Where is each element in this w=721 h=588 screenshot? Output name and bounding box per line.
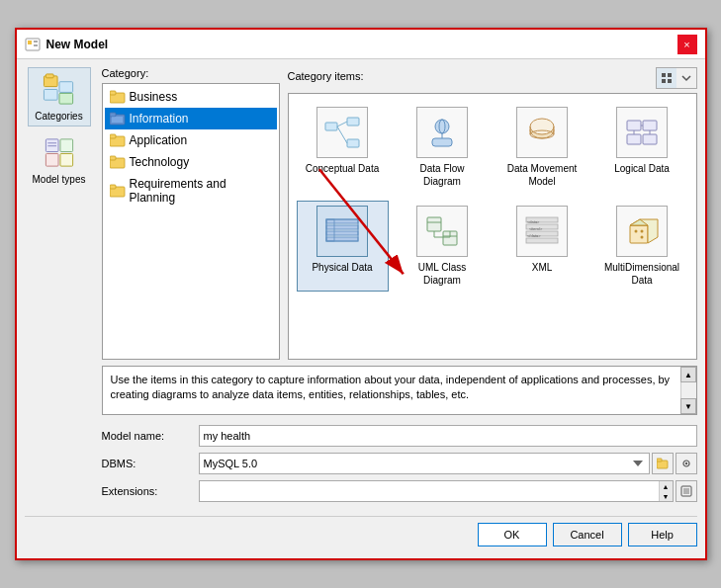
- cancel-button[interactable]: Cancel: [553, 523, 622, 546]
- title-bar: New Model ×: [17, 30, 705, 59]
- category-item-technology[interactable]: Technology: [105, 151, 277, 173]
- svg-rect-6: [59, 82, 73, 93]
- svg-rect-56: [326, 237, 358, 241]
- category-list[interactable]: Business Inform: [102, 83, 280, 360]
- model-name-input[interactable]: [199, 425, 697, 447]
- description-section: Use the items in this category to captur…: [102, 366, 697, 415]
- dropdown-icon: [680, 72, 692, 84]
- xml-icon: <data> <item/> </data>: [516, 206, 568, 257]
- extensions-scrollbar[interactable]: ▲ ▼: [659, 481, 673, 501]
- items-grid[interactable]: Conceptual Data: [288, 93, 697, 360]
- folder-icon-information: [110, 112, 126, 126]
- svg-rect-5: [45, 74, 53, 78]
- data-movement-icon: [516, 107, 568, 158]
- svg-rect-39: [432, 138, 452, 146]
- category-item-business[interactable]: Business: [105, 86, 277, 108]
- model-name-label: Model name:: [102, 430, 191, 442]
- dbms-folder-button[interactable]: [652, 453, 674, 474]
- main-content: Category: Business: [102, 67, 697, 360]
- svg-rect-55: [326, 231, 358, 235]
- conceptual-data-label: Conceptual Data: [306, 162, 380, 175]
- svg-rect-3: [34, 44, 38, 46]
- folder-icon-requirements: [110, 184, 126, 198]
- svg-rect-82: [657, 459, 662, 462]
- svg-text:<data>: <data>: [527, 219, 540, 224]
- uml-class-icon: [416, 206, 468, 257]
- svg-rect-54: [326, 225, 358, 229]
- folder-open-icon: [657, 458, 669, 469]
- ext-scroll-down[interactable]: ▼: [660, 491, 673, 501]
- dropdown-view-button[interactable]: [676, 68, 696, 88]
- svg-line-35: [337, 122, 347, 126]
- model-name-row: Model name:: [102, 425, 697, 447]
- settings-icon: [680, 458, 692, 469]
- svg-rect-69: [526, 238, 558, 243]
- ext-scroll-up[interactable]: ▲: [660, 481, 673, 491]
- svg-text:<item/>: <item/>: [529, 226, 543, 231]
- extension-settings-icon: [680, 485, 692, 497]
- description-area: Use the items in this category to captur…: [102, 366, 697, 415]
- category-item-information[interactable]: Information: [105, 108, 277, 129]
- svg-rect-73: [630, 225, 648, 243]
- physical-data-label: Physical Data: [312, 261, 372, 274]
- grid-item-physical-data[interactable]: Physical Data: [297, 201, 389, 292]
- svg-rect-2: [34, 41, 38, 42]
- scroll-up-button[interactable]: ▲: [680, 367, 696, 382]
- sidebar: Categories Model types: [25, 67, 94, 360]
- scroll-down-button[interactable]: ▼: [680, 398, 696, 414]
- folder-icon-technology: [110, 155, 126, 169]
- sidebar-categories-label: Categories: [35, 111, 82, 122]
- grid-item-uml-class[interactable]: UML Class Diagram: [397, 201, 489, 292]
- svg-rect-27: [110, 185, 116, 189]
- svg-rect-32: [325, 123, 337, 130]
- grid-container: Conceptual Data: [288, 93, 697, 360]
- svg-point-84: [684, 462, 686, 464]
- extensions-input[interactable]: ▲ ▼: [199, 480, 674, 502]
- svg-rect-48: [627, 134, 641, 144]
- svg-rect-53: [326, 219, 358, 223]
- svg-line-36: [337, 126, 347, 143]
- sidebar-model-types-label: Model types: [33, 174, 86, 185]
- folder-icon-business: [110, 90, 126, 104]
- close-button[interactable]: ×: [677, 35, 697, 54]
- extensions-row: Extensions: ▲ ▼: [102, 480, 697, 502]
- data-flow-label: Data Flow Diagram: [402, 162, 484, 188]
- conceptual-data-icon: [316, 107, 368, 158]
- dbms-select[interactable]: MySQL 5.0 MySQL 8.0 PostgreSQL Oracle SQ…: [199, 453, 650, 474]
- physical-data-icon: [316, 206, 368, 257]
- svg-text:</data>: </data>: [527, 233, 541, 238]
- grid-item-logical-data[interactable]: Logical Data: [596, 102, 688, 193]
- grid-view-button[interactable]: [657, 68, 676, 88]
- categories-icon: [42, 72, 77, 107]
- grid-item-data-flow[interactable]: Data Flow Diagram: [397, 102, 489, 193]
- sidebar-item-model-types[interactable]: Model types: [28, 130, 91, 190]
- svg-rect-13: [45, 153, 58, 166]
- svg-point-37: [435, 120, 449, 133]
- grid-item-xml[interactable]: <data> <item/> </data> XML: [496, 201, 588, 292]
- svg-rect-31: [668, 79, 672, 83]
- grid-item-multidimensional[interactable]: MultiDimensional Data: [596, 201, 688, 292]
- grid-item-conceptual-data[interactable]: Conceptual Data: [297, 102, 389, 193]
- category-item-application[interactable]: Application: [105, 129, 277, 151]
- description-scrollbar[interactable]: ▲ ▼: [680, 367, 696, 414]
- extensions-settings-button[interactable]: [676, 480, 697, 502]
- help-button[interactable]: Help: [628, 523, 697, 546]
- folder-icon-application: [110, 133, 126, 147]
- category-item-requirements[interactable]: Requirements and Planning: [105, 173, 277, 209]
- logical-data-label: Logical Data: [614, 162, 670, 175]
- multidimensional-label: MultiDimensional Data: [601, 261, 683, 287]
- svg-rect-30: [662, 79, 666, 83]
- form-section: Model name: DBMS: MySQL 5.0 MySQL 8.0 Po…: [102, 421, 697, 506]
- svg-point-78: [641, 230, 644, 233]
- category-technology-label: Technology: [130, 155, 190, 169]
- dialog-title: New Model: [46, 38, 109, 51]
- sidebar-item-categories[interactable]: Categories: [28, 67, 91, 126]
- ok-button[interactable]: OK: [478, 523, 547, 546]
- dbms-settings-button[interactable]: [676, 453, 697, 474]
- svg-point-77: [641, 236, 644, 239]
- items-panel: Category items:: [288, 67, 697, 360]
- dialog-icon: [25, 37, 41, 52]
- category-application-label: Application: [130, 133, 188, 147]
- grid-item-data-movement[interactable]: Data Movement Model: [496, 102, 588, 193]
- svg-rect-47: [643, 121, 657, 130]
